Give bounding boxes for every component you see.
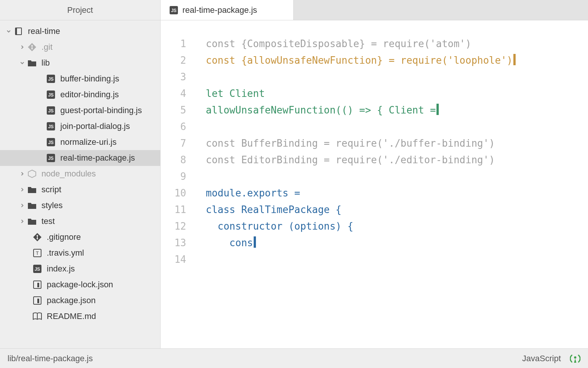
- code-area[interactable]: 1234567891011121314 const {CompositeDisp…: [161, 20, 588, 348]
- tree-item-label: lib: [41, 58, 50, 68]
- code-segment: class RealTimePackage {: [206, 204, 341, 215]
- chevron-right-icon[interactable]: [20, 203, 25, 208]
- book-icon: [32, 311, 42, 321]
- chevron-none-icon: [33, 124, 38, 129]
- js-icon: JS: [46, 106, 56, 115]
- code-segment: cons: [206, 237, 253, 248]
- project-sidebar: Project real-time.gitlibJSbuffer-binding…: [0, 0, 161, 348]
- folder-icon: [27, 58, 37, 68]
- tree-item[interactable]: README.md: [0, 308, 160, 324]
- code-segment: const {CompositeDisposable} = require('a…: [206, 38, 471, 49]
- code-line[interactable]: const {CompositeDisposable} = require('a…: [206, 35, 588, 52]
- code-segment: module.exports =: [206, 187, 300, 199]
- tree-item[interactable]: JSnormalize-uri.js: [0, 134, 160, 150]
- code-line[interactable]: [206, 118, 588, 135]
- tree-item-label: node_modules: [41, 169, 96, 179]
- tree-item[interactable]: test: [0, 213, 160, 229]
- node-icon: [27, 169, 37, 179]
- svg-text:JS: JS: [48, 108, 54, 113]
- tree-item-label: real-time: [28, 26, 60, 36]
- tree-item-label: buffer-binding.js: [60, 74, 119, 84]
- tab-label: real-time-package.js: [182, 5, 257, 15]
- code-line[interactable]: [206, 251, 588, 268]
- line-number: 5: [168, 102, 186, 118]
- code-segment: allowUnsafeNewFunction(() => { Client =: [206, 104, 436, 116]
- tree-item-label: real-time-package.js: [60, 153, 135, 163]
- tree-item[interactable]: .git: [0, 39, 160, 55]
- code-line[interactable]: module.exports =: [206, 185, 588, 201]
- code-line[interactable]: const BufferBinding = require('./buffer-…: [206, 135, 588, 152]
- chevron-down-icon[interactable]: [6, 29, 11, 34]
- teletype-signal-icon[interactable]: [570, 354, 580, 363]
- tree-item-label: .travis.yml: [47, 248, 84, 258]
- code-line[interactable]: allowUnsafeNewFunction(() => { Client =: [206, 102, 588, 118]
- code-line[interactable]: class RealTimePackage {: [206, 201, 588, 218]
- chevron-right-icon[interactable]: [20, 187, 25, 192]
- tree-item[interactable]: styles: [0, 198, 160, 213]
- line-number: 13: [168, 235, 186, 251]
- svg-rect-4: [32, 46, 32, 49]
- svg-text:JS: JS: [48, 77, 54, 82]
- line-number: 1: [168, 35, 186, 52]
- git-icon: [32, 232, 42, 242]
- svg-point-31: [574, 356, 576, 359]
- tree-item[interactable]: script: [0, 182, 160, 198]
- main-area: Project real-time.gitlibJSbuffer-binding…: [0, 0, 588, 348]
- code-segment: const EditorBinding = require('./editor-…: [206, 154, 495, 166]
- status-language[interactable]: JavaScript: [522, 354, 561, 363]
- svg-rect-1: [15, 28, 17, 35]
- chevron-right-icon[interactable]: [20, 219, 25, 224]
- code-line[interactable]: cons: [206, 235, 588, 251]
- line-number: 2: [168, 52, 186, 69]
- status-file-path[interactable]: lib/real-time-package.js: [8, 354, 93, 363]
- tree-item[interactable]: node_modules: [0, 166, 160, 182]
- svg-rect-27: [37, 299, 39, 303]
- line-number: 3: [168, 69, 186, 85]
- file-tree[interactable]: real-time.gitlibJSbuffer-binding.jsJSedi…: [0, 20, 160, 348]
- remote-cursor: [436, 104, 439, 115]
- code-line[interactable]: const {allowUnsafeNewFunction} = require…: [206, 52, 588, 69]
- code-line[interactable]: constructor (options) {: [206, 218, 588, 235]
- chevron-right-icon[interactable]: [20, 171, 25, 176]
- tree-item[interactable]: real-time: [0, 23, 160, 39]
- svg-text:JS: JS: [48, 156, 54, 161]
- tree-item[interactable]: lib: [0, 55, 160, 71]
- tab-bar[interactable]: JS real-time-package.js: [161, 0, 588, 20]
- tree-item[interactable]: JSjoin-portal-dialog.js: [0, 118, 160, 134]
- tree-item[interactable]: JSbuffer-binding.js: [0, 71, 160, 87]
- tree-item[interactable]: package.json: [0, 293, 160, 308]
- svg-rect-25: [37, 283, 39, 287]
- svg-text:T: T: [36, 250, 39, 256]
- tree-item[interactable]: JSguest-portal-binding.js: [0, 103, 160, 118]
- remote-cursor: [513, 54, 516, 65]
- code-line[interactable]: [206, 168, 588, 185]
- code-content[interactable]: const {CompositeDisposable} = require('a…: [194, 35, 588, 348]
- tab-active[interactable]: JS real-time-package.js: [161, 0, 294, 20]
- tree-item[interactable]: .gitignore: [0, 229, 160, 245]
- tree-item[interactable]: package-lock.json: [0, 277, 160, 293]
- code-line[interactable]: const EditorBinding = require('./editor-…: [206, 152, 588, 168]
- code-line[interactable]: let Client: [206, 85, 588, 102]
- tree-item[interactable]: T.travis.yml: [0, 245, 160, 261]
- tree-item[interactable]: JSreal-time-package.js: [0, 150, 160, 166]
- chevron-none-icon: [33, 140, 38, 145]
- tree-item-label: README.md: [47, 311, 96, 321]
- js-icon: JS: [46, 137, 56, 147]
- folder-icon: [27, 216, 37, 226]
- tree-item-label: package.json: [47, 296, 96, 305]
- code-segment: let Client: [206, 88, 265, 99]
- chevron-none-icon: [33, 108, 38, 113]
- tree-item[interactable]: JSeditor-binding.js: [0, 87, 160, 103]
- line-number: 7: [168, 135, 186, 152]
- js-icon: JS: [46, 153, 56, 163]
- tree-item[interactable]: JSindex.js: [0, 261, 160, 277]
- code-segment: const {allowUnsafeNewFunction} = require…: [206, 55, 513, 66]
- line-number: 6: [168, 118, 186, 135]
- code-line[interactable]: [206, 69, 588, 85]
- chevron-right-icon[interactable]: [20, 44, 25, 50]
- line-number: 9: [168, 168, 186, 185]
- svg-text:JS: JS: [48, 92, 54, 98]
- tree-item-label: .gitignore: [47, 232, 81, 242]
- chevron-down-icon[interactable]: [20, 60, 25, 66]
- js-icon: JS: [46, 74, 56, 84]
